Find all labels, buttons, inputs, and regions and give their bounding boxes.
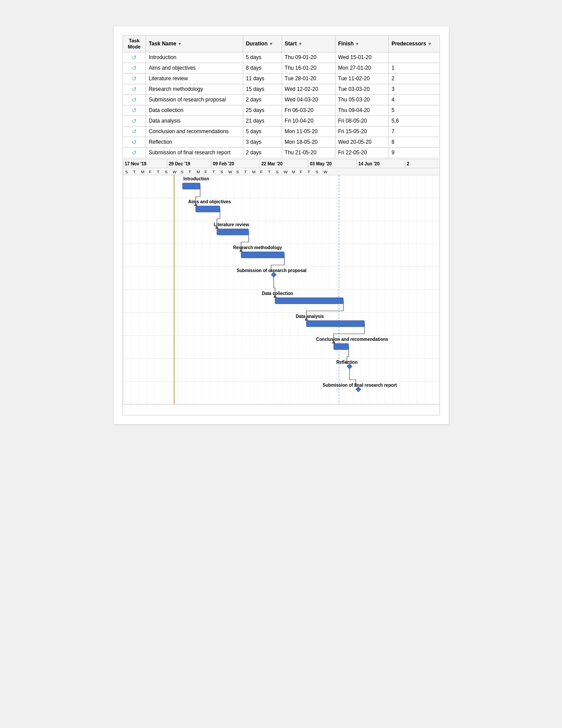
task-pred-cell: 4 — [389, 94, 439, 105]
task-mode-cell: ↺ — [123, 105, 146, 116]
task-finish-cell: Thu 09-04-20 — [335, 105, 389, 116]
task-mode-icon: ↺ — [132, 107, 137, 114]
task-start-cell: Tue 28-01-20 — [282, 73, 335, 84]
task-mode-icon: ↺ — [132, 149, 137, 156]
gantt-chart-section: 17 Nov '19 29 Dec '19 09 Feb '20 22 Mar … — [123, 159, 440, 415]
table-row: ↺ Data analysis 21 days Fri 10-04-20 Fri… — [123, 116, 439, 126]
task-mode-cell: ↺ — [123, 84, 146, 94]
svg-text:03 May '20: 03 May '20 — [310, 161, 332, 166]
svg-text:T: T — [268, 170, 271, 174]
task-mode-cell: ↺ — [123, 73, 146, 84]
table-row: ↺ Data collection 25 days Fri 06-03-20 T… — [123, 105, 439, 116]
task-name-cell: Submission of research proposal — [146, 94, 243, 105]
svg-text:S: S — [236, 170, 239, 174]
svg-text:F: F — [260, 170, 263, 174]
task-start-cell: Mon 11-05-20 — [282, 126, 335, 137]
task-pred-cell: 9 — [389, 147, 439, 158]
task-mode-icon: ↺ — [132, 65, 137, 71]
task-finish-cell: Tue 11-02-20 — [335, 73, 389, 84]
svg-rect-123 — [123, 159, 439, 404]
task-mode-cell: ↺ — [123, 63, 146, 73]
task-start-cell: Thu 16-01-20 — [282, 63, 335, 73]
svg-text:M: M — [252, 170, 256, 174]
page-container: TaskMode Task Name ▼ Duration ▼ — [114, 26, 449, 424]
table-row: ↺ Aims and objectives 8 days Thu 16-01-2… — [123, 63, 439, 73]
task-finish-cell: Wed 15-01-20 — [335, 52, 389, 63]
task-name-cell: Conclusion and recommendations — [146, 126, 243, 137]
task-mode-icon: ↺ — [132, 75, 137, 82]
svg-text:Submission of final research r: Submission of final research report — [323, 383, 397, 388]
duration-dropdown-arrow[interactable]: ▼ — [269, 41, 273, 46]
svg-text:W: W — [284, 170, 288, 174]
svg-text:17 Nov '19: 17 Nov '19 — [125, 161, 147, 166]
task-pred-cell: 5 — [389, 105, 439, 116]
svg-text:M: M — [141, 170, 145, 174]
task-pred-cell: 7 — [389, 126, 439, 137]
svg-rect-97 — [217, 229, 249, 235]
svg-text:S: S — [220, 170, 223, 174]
col-header-name: Task Name ▼ — [146, 36, 243, 52]
task-duration-cell: 3 days — [243, 137, 282, 147]
task-name-cell: Introduction — [146, 52, 243, 63]
task-pred-cell: 2 — [389, 73, 439, 84]
task-duration-cell: 11 days — [243, 73, 282, 84]
start-dropdown-arrow[interactable]: ▼ — [298, 41, 302, 46]
svg-text:T: T — [244, 170, 247, 174]
svg-rect-14 — [123, 168, 439, 175]
task-name-cell: Data collection — [146, 105, 243, 116]
svg-text:Introduction: Introduction — [183, 176, 209, 181]
table-row: ↺ Reflection 3 days Mon 18-05-20 Wed 20-… — [123, 137, 439, 147]
svg-text:M: M — [292, 170, 295, 174]
task-finish-cell: Mon 27-01-20 — [335, 63, 389, 73]
svg-text:Research methodology: Research methodology — [233, 245, 282, 250]
task-name-cell: Research methodology — [146, 84, 243, 94]
svg-text:29 Dec '19: 29 Dec '19 — [169, 161, 190, 166]
svg-rect-99 — [241, 252, 284, 258]
task-duration-cell: 2 days — [243, 147, 282, 158]
task-mode-icon: ↺ — [132, 54, 137, 61]
task-pred-cell: 3 — [389, 84, 439, 94]
task-finish-cell: Tue 03-03-20 — [335, 84, 389, 94]
task-mode-icon: ↺ — [132, 97, 137, 103]
svg-text:T: T — [308, 170, 310, 174]
finish-dropdown-arrow[interactable]: ▼ — [355, 41, 359, 46]
svg-text:S: S — [165, 170, 167, 174]
task-mode-icon: ↺ — [132, 86, 137, 93]
svg-text:Aims and objectives: Aims and objectives — [188, 199, 231, 204]
svg-text:09 Feb '20: 09 Feb '20 — [213, 161, 234, 166]
task-start-cell: Wed 12-02-20 — [282, 84, 335, 94]
svg-text:Data collection: Data collection — [262, 291, 293, 296]
task-mode-cell: ↺ — [123, 137, 146, 147]
task-finish-cell: Thu 05-03-20 — [335, 94, 389, 105]
name-dropdown-arrow[interactable]: ▼ — [178, 41, 182, 46]
task-duration-cell: 8 days — [243, 63, 282, 73]
task-pred-cell: 1 — [389, 63, 439, 73]
task-mode-cell: ↺ — [123, 52, 146, 63]
svg-rect-93 — [182, 183, 200, 189]
pred-dropdown-arrow[interactable]: ▼ — [428, 41, 432, 46]
col-header-finish: Finish ▼ — [335, 36, 389, 52]
svg-text:T: T — [133, 170, 136, 174]
task-duration-cell: 21 days — [243, 116, 282, 126]
task-start-cell: Fri 06-03-20 — [282, 105, 335, 116]
svg-text:14 Jun '20: 14 Jun '20 — [358, 161, 380, 166]
svg-text:T: T — [157, 170, 160, 174]
svg-text:F: F — [300, 170, 302, 174]
col-header-start: Start ▼ — [282, 36, 335, 52]
task-duration-cell: 2 days — [243, 94, 282, 105]
svg-rect-105 — [306, 321, 365, 327]
svg-text:F: F — [149, 170, 152, 174]
svg-text:T: T — [189, 170, 191, 174]
task-finish-cell: Fri 08-05-20 — [335, 116, 389, 126]
table-row: ↺ Literature review 11 days Tue 28-01-20… — [123, 73, 439, 84]
task-pred-cell — [389, 52, 439, 63]
task-finish-cell: Fri 22-05-20 — [335, 147, 389, 158]
task-duration-cell: 25 days — [243, 105, 282, 116]
task-mode-icon: ↺ — [132, 118, 137, 124]
svg-text:S: S — [276, 170, 279, 174]
task-name-cell: Data analysis — [146, 116, 243, 126]
task-start-cell: Mon 18-05-20 — [282, 137, 335, 147]
svg-text:W: W — [173, 170, 177, 174]
task-mode-cell: ↺ — [123, 147, 146, 158]
svg-text:Data analysis: Data analysis — [296, 314, 324, 319]
